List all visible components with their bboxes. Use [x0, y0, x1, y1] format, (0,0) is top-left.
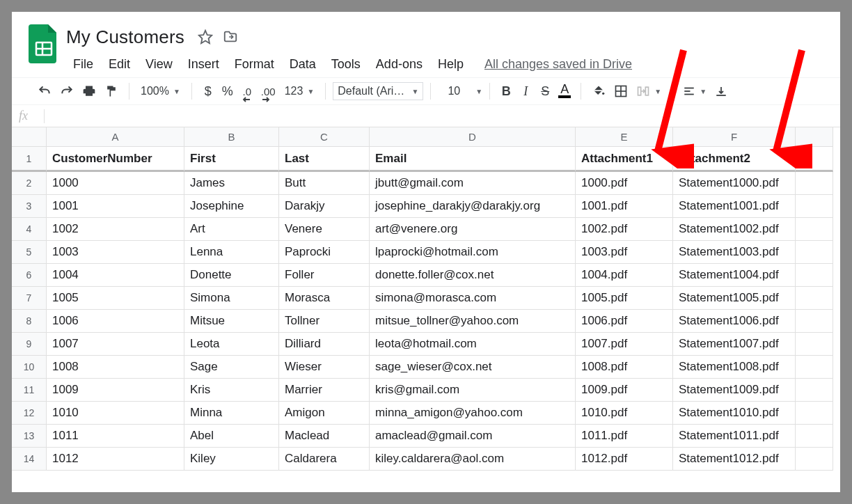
- cell[interactable]: Statement1006.pdf: [673, 310, 796, 333]
- cell[interactable]: Donette: [184, 264, 279, 287]
- cell[interactable]: Wieser: [279, 356, 370, 379]
- borders-button[interactable]: [610, 82, 631, 100]
- cell[interactable]: Kiley: [184, 448, 279, 471]
- cell[interactable]: [796, 310, 833, 333]
- cell[interactable]: [796, 218, 833, 241]
- menu-edit[interactable]: Edit: [102, 54, 137, 74]
- formula-input[interactable]: [50, 107, 840, 125]
- cell[interactable]: 1001: [47, 195, 184, 218]
- select-all-corner[interactable]: [12, 127, 47, 147]
- column-header[interactable]: F: [673, 127, 796, 147]
- cell[interactable]: kris@gmail.com: [370, 379, 576, 402]
- vertical-align-button[interactable]: [711, 82, 731, 100]
- menu-help[interactable]: Help: [431, 54, 471, 74]
- cell[interactable]: 1011: [47, 425, 184, 448]
- menu-data[interactable]: Data: [283, 54, 323, 74]
- format-percent-button[interactable]: %: [219, 82, 237, 100]
- cell[interactable]: 1012.pdf: [576, 448, 673, 471]
- cell[interactable]: simona@morasca.com: [370, 287, 576, 310]
- cell[interactable]: Tollner: [279, 310, 370, 333]
- column-header[interactable]: B: [184, 127, 279, 147]
- column-header[interactable]: E: [576, 127, 673, 147]
- cell[interactable]: kiley.caldarera@aol.com: [370, 448, 576, 471]
- cell[interactable]: First: [184, 147, 279, 172]
- decrease-decimal-button[interactable]: .0: [238, 82, 256, 100]
- cell[interactable]: Caldarera: [279, 448, 370, 471]
- cell[interactable]: 1004.pdf: [576, 264, 673, 287]
- cell[interactable]: Marrier: [279, 379, 370, 402]
- cell[interactable]: [796, 147, 833, 172]
- cell[interactable]: Butt: [279, 172, 370, 195]
- cell[interactable]: [796, 425, 833, 448]
- cell[interactable]: donette.foller@cox.net: [370, 264, 576, 287]
- cell[interactable]: jbutt@gmail.com: [370, 172, 576, 195]
- cell[interactable]: 1007: [47, 333, 184, 356]
- cell[interactable]: Attachment1: [576, 147, 673, 172]
- cell[interactable]: minna_amigon@yahoo.com: [370, 402, 576, 425]
- cell[interactable]: 1001.pdf: [576, 195, 673, 218]
- star-icon[interactable]: [196, 27, 215, 47]
- italic-button[interactable]: I: [516, 82, 535, 100]
- row-header[interactable]: 10: [12, 356, 47, 379]
- cell[interactable]: 1000: [47, 172, 184, 195]
- cell[interactable]: 1006: [47, 310, 184, 333]
- cell[interactable]: Statement1004.pdf: [673, 264, 796, 287]
- row-header[interactable]: 12: [12, 402, 47, 425]
- row-header[interactable]: 6: [12, 264, 47, 287]
- row-header[interactable]: 11: [12, 379, 47, 402]
- cell[interactable]: josephine_darakjy@darakjy.org: [370, 195, 576, 218]
- cell[interactable]: Josephine: [184, 195, 279, 218]
- cell[interactable]: Lenna: [184, 241, 279, 264]
- row-header[interactable]: 2: [12, 172, 47, 195]
- row-header[interactable]: 9: [12, 333, 47, 356]
- increase-decimal-button[interactable]: .00: [258, 82, 279, 100]
- cell[interactable]: 1005: [47, 287, 184, 310]
- cell[interactable]: sage_wieser@cox.net: [370, 356, 576, 379]
- cell[interactable]: Maclead: [279, 425, 370, 448]
- cell[interactable]: 1005.pdf: [576, 287, 673, 310]
- cell[interactable]: Kris: [184, 379, 279, 402]
- cell[interactable]: 1002: [47, 218, 184, 241]
- font-size-input[interactable]: [438, 82, 470, 100]
- cell[interactable]: 1012: [47, 448, 184, 471]
- cell[interactable]: 1007.pdf: [576, 333, 673, 356]
- cell[interactable]: 1010: [47, 402, 184, 425]
- fill-color-button[interactable]: [588, 82, 609, 100]
- column-header[interactable]: A: [47, 127, 184, 147]
- cell[interactable]: Abel: [184, 425, 279, 448]
- cell[interactable]: Last: [279, 147, 370, 172]
- cell[interactable]: 1008.pdf: [576, 356, 673, 379]
- cell[interactable]: 1003: [47, 241, 184, 264]
- menu-tools[interactable]: Tools: [324, 54, 368, 74]
- column-header[interactable]: D: [370, 127, 576, 147]
- cell[interactable]: 1002.pdf: [576, 218, 673, 241]
- cell[interactable]: amaclead@gmail.com: [370, 425, 576, 448]
- cell[interactable]: 1008: [47, 356, 184, 379]
- cell[interactable]: Attachment2: [673, 147, 796, 172]
- cell[interactable]: Minna: [184, 402, 279, 425]
- cell[interactable]: Mitsue: [184, 310, 279, 333]
- zoom-dropdown[interactable]: 100% ▼: [136, 85, 184, 97]
- cell[interactable]: [796, 356, 833, 379]
- cell[interactable]: Leota: [184, 333, 279, 356]
- format-currency-button[interactable]: $: [199, 82, 217, 100]
- row-header[interactable]: 1: [12, 147, 47, 172]
- cell[interactable]: art@venere.org: [370, 218, 576, 241]
- cell[interactable]: [796, 379, 833, 402]
- text-color-button[interactable]: A: [555, 84, 574, 98]
- cell[interactable]: Art: [184, 218, 279, 241]
- cell[interactable]: Venere: [279, 218, 370, 241]
- cell[interactable]: Statement1000.pdf: [673, 172, 796, 195]
- cell[interactable]: Statement1010.pdf: [673, 402, 796, 425]
- cell[interactable]: 1004: [47, 264, 184, 287]
- cell[interactable]: Simona: [184, 287, 279, 310]
- cell[interactable]: Statement1008.pdf: [673, 356, 796, 379]
- cell[interactable]: 1011.pdf: [576, 425, 673, 448]
- cell[interactable]: CustomerNumber: [47, 147, 184, 172]
- cell[interactable]: Statement1011.pdf: [673, 425, 796, 448]
- bold-button[interactable]: B: [497, 82, 515, 100]
- cell[interactable]: Statement1007.pdf: [673, 333, 796, 356]
- merge-cells-button[interactable]: ▼: [633, 82, 665, 100]
- cell[interactable]: [796, 287, 833, 310]
- menu-file[interactable]: File: [66, 54, 100, 74]
